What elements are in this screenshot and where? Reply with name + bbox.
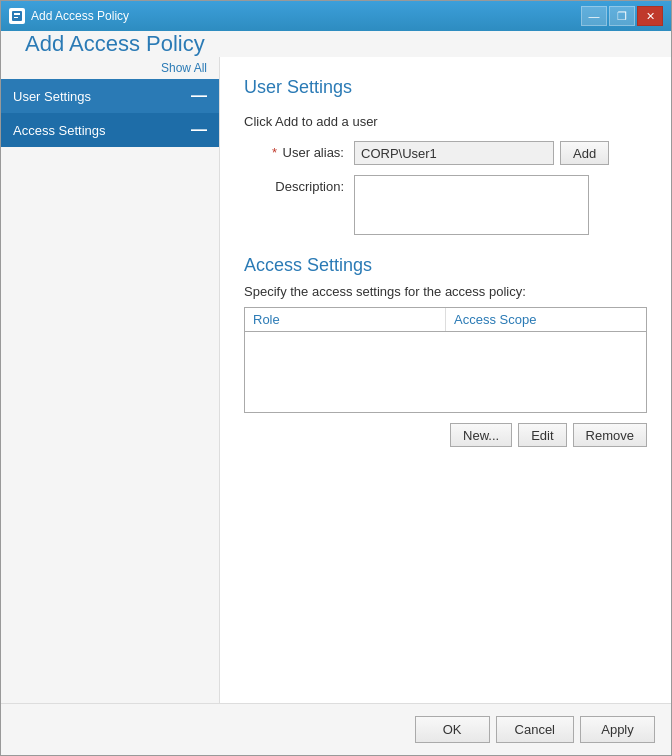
col-access-scope: Access Scope — [446, 308, 646, 331]
bottom-bar: OK Cancel Apply — [1, 703, 671, 755]
description-input-area — [354, 175, 647, 235]
description-label: Description: — [244, 175, 354, 194]
table-header: Role Access Scope — [245, 308, 646, 332]
ok-button[interactable]: OK — [415, 716, 490, 743]
user-settings-hint: Click Add to add a user — [244, 114, 647, 129]
page-title: Add Access Policy — [25, 31, 647, 57]
user-alias-input-area: Add — [354, 141, 647, 165]
main-area: Show All User Settings — Access Settings… — [1, 57, 671, 703]
user-alias-row: * User alias: Add — [244, 141, 647, 165]
svg-rect-2 — [14, 17, 18, 18]
user-alias-label: * User alias: — [244, 141, 354, 160]
sidebar-item-collapse-icon: — — [191, 87, 207, 105]
close-button[interactable]: ✕ — [637, 6, 663, 26]
col-role: Role — [245, 308, 446, 331]
sidebar-item-label: User Settings — [13, 89, 91, 104]
access-settings-title: Access Settings — [244, 255, 647, 276]
table-body — [245, 332, 646, 412]
minimize-button[interactable]: — — [581, 6, 607, 26]
user-alias-label-text: User alias: — [283, 145, 344, 160]
required-star: * — [272, 145, 277, 160]
sidebar: Show All User Settings — Access Settings… — [1, 57, 219, 703]
description-input[interactable] — [354, 175, 589, 235]
window-title: Add Access Policy — [31, 9, 581, 23]
description-row: Description: — [244, 175, 647, 235]
table-actions: New... Edit Remove — [244, 423, 647, 447]
sidebar-item-user-settings[interactable]: User Settings — — [1, 79, 219, 113]
remove-button[interactable]: Remove — [573, 423, 647, 447]
window-controls: — ❐ ✕ — [581, 6, 663, 26]
svg-rect-1 — [14, 13, 20, 15]
svg-rect-0 — [12, 11, 22, 21]
specify-text: Specify the access settings for the acce… — [244, 284, 647, 299]
show-all-link[interactable]: Show All — [1, 57, 219, 79]
app-icon — [9, 8, 25, 24]
cancel-button[interactable]: Cancel — [496, 716, 574, 743]
sidebar-item-access-settings[interactable]: Access Settings — — [1, 113, 219, 147]
access-settings-table: Role Access Scope — [244, 307, 647, 413]
add-user-button[interactable]: Add — [560, 141, 609, 165]
new-button[interactable]: New... — [450, 423, 512, 447]
window: Add Access Policy — ❐ ✕ Add Access Polic… — [0, 0, 672, 756]
edit-button[interactable]: Edit — [518, 423, 566, 447]
content-area: User Settings Click Add to add a user * … — [219, 57, 671, 703]
apply-button[interactable]: Apply — [580, 716, 655, 743]
user-settings-title: User Settings — [244, 77, 647, 98]
page-header: Add Access Policy — [1, 31, 671, 57]
title-bar: Add Access Policy — ❐ ✕ — [1, 1, 671, 31]
sidebar-item-collapse-icon: — — [191, 121, 207, 139]
sidebar-item-label: Access Settings — [13, 123, 106, 138]
restore-button[interactable]: ❐ — [609, 6, 635, 26]
user-alias-input[interactable] — [354, 141, 554, 165]
